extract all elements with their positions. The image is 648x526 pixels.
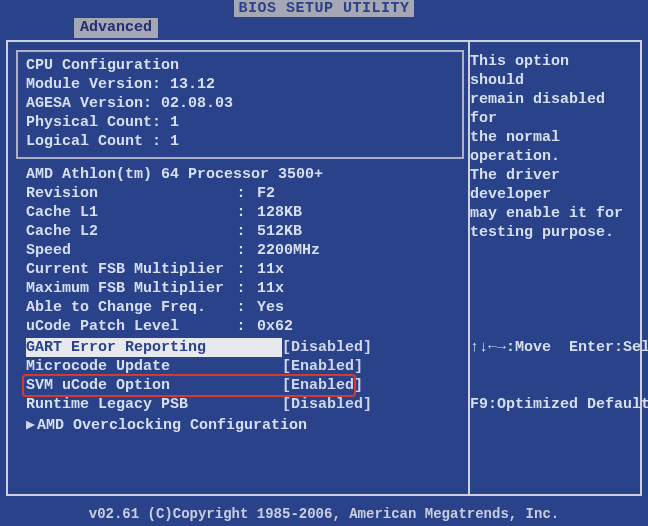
info-label: uCode Patch Level: [26, 317, 234, 336]
colon: :: [234, 241, 248, 260]
agesa-version-label: AGESA Version:: [26, 94, 152, 113]
cpu-name: AMD Athlon(tm) 64 Processor 3500+: [26, 165, 454, 184]
logical-count-value: 1: [170, 132, 179, 151]
help-line: This option should: [470, 52, 628, 90]
option-value: [Disabled]: [282, 395, 372, 414]
left-panel: CPU Configuration Module Version: 13.12 …: [16, 50, 464, 486]
option-label: GART Error Reporting: [26, 338, 282, 357]
option-value: [Disabled]: [282, 338, 372, 357]
logical-count-label: Logical Count :: [26, 132, 161, 151]
info-label: Current FSB Multiplier: [26, 260, 234, 279]
cpu-info-row: Cache L2 : 512KB: [26, 222, 454, 241]
option-label: Runtime Legacy PSB: [26, 395, 282, 414]
help-line: The driver developer: [470, 166, 628, 204]
option-svm-ucode-option[interactable]: SVM uCode Option[Enabled]: [26, 376, 454, 395]
colon: :: [234, 298, 248, 317]
cpu-info-block: AMD Athlon(tm) 64 Processor 3500+ Revisi…: [16, 165, 464, 336]
footer-copyright: v02.61 (C)Copyright 1985-2006, American …: [0, 506, 648, 522]
info-value: F2: [248, 184, 454, 203]
info-label: Cache L2: [26, 222, 234, 241]
physical-count-row: Physical Count: 1: [26, 113, 454, 132]
physical-count-value: 1: [170, 113, 179, 132]
option-label: SVM uCode Option: [26, 376, 282, 395]
cpu-config-heading: CPU Configuration: [26, 56, 454, 75]
cpu-config-box: CPU Configuration Module Version: 13.12 …: [16, 50, 464, 159]
key-hint-defaults: F9:Optimized Defaults: [470, 395, 628, 414]
help-text: This option should remain disabled for t…: [466, 50, 632, 244]
option-label: Microcode Update: [26, 357, 282, 376]
logical-count-row: Logical Count : 1: [26, 132, 454, 151]
help-line: may enable it for: [470, 204, 628, 223]
key-hints: ↑↓←→:Move Enter:Select F9:Optimized Defa…: [470, 300, 628, 452]
module-version-label: Module Version:: [26, 75, 161, 94]
info-value: 2200MHz: [248, 241, 454, 260]
info-label: Maximum FSB Multiplier: [26, 279, 234, 298]
info-label: Speed: [26, 241, 234, 260]
cpu-info-row: Revision : F2: [26, 184, 454, 203]
main-frame: CPU Configuration Module Version: 13.12 …: [6, 40, 642, 496]
colon: :: [234, 260, 248, 279]
colon: :: [234, 317, 248, 336]
info-label: Revision: [26, 184, 234, 203]
option-microcode-update[interactable]: Microcode Update[Enabled]: [26, 357, 454, 376]
agesa-version-row: AGESA Version: 02.08.03: [26, 94, 454, 113]
tab-strip: Advanced: [0, 18, 648, 40]
agesa-version-value: 02.08.03: [161, 94, 233, 113]
cpu-info-row: Cache L1 : 128KB: [26, 203, 454, 222]
option-gart-error-reporting[interactable]: GART Error Reporting[Disabled]: [26, 338, 454, 357]
info-value: 128KB: [248, 203, 454, 222]
colon: :: [234, 279, 248, 298]
options-list: GART Error Reporting[Disabled]Microcode …: [16, 336, 464, 414]
info-value: 11x: [248, 260, 454, 279]
colon: :: [234, 222, 248, 241]
info-value: 0x62: [248, 317, 454, 336]
help-line: the normal operation.: [470, 128, 628, 166]
submenu-label: AMD Overclocking Configuration: [37, 417, 307, 434]
submenu-row[interactable]: ▶AMD Overclocking Configuration: [16, 414, 464, 435]
cpu-info-row: Current FSB Multiplier: 11x: [26, 260, 454, 279]
option-value: [Enabled]: [282, 357, 363, 376]
colon: :: [234, 184, 248, 203]
physical-count-label: Physical Count:: [26, 113, 161, 132]
info-value: Yes: [248, 298, 454, 317]
option-runtime-legacy-psb[interactable]: Runtime Legacy PSB[Disabled]: [26, 395, 454, 414]
key-hint-move: ↑↓←→:Move Enter:Select: [470, 338, 628, 357]
info-label: Able to Change Freq.: [26, 298, 234, 317]
info-value: 11x: [248, 279, 454, 298]
help-line: remain disabled for: [470, 90, 628, 128]
colon: :: [234, 203, 248, 222]
right-panel: This option should remain disabled for t…: [466, 50, 632, 486]
info-value: 512KB: [248, 222, 454, 241]
tab-advanced[interactable]: Advanced: [74, 18, 158, 38]
option-value: [Enabled]: [282, 376, 363, 395]
cpu-info-row: uCode Patch Level : 0x62: [26, 317, 454, 336]
help-line: testing purpose.: [470, 223, 628, 242]
title-bar: BIOS SETUP UTILITY: [0, 0, 648, 18]
info-label: Cache L1: [26, 203, 234, 222]
cpu-info-row: Maximum FSB Multiplier: 11x: [26, 279, 454, 298]
cpu-info-row: Able to Change Freq. : Yes: [26, 298, 454, 317]
title-text: BIOS SETUP UTILITY: [234, 0, 413, 17]
module-version-row: Module Version: 13.12: [26, 75, 454, 94]
chevron-right-icon: ▶: [26, 417, 35, 434]
cpu-info-row: Speed : 2200MHz: [26, 241, 454, 260]
module-version-value: 13.12: [170, 75, 215, 94]
